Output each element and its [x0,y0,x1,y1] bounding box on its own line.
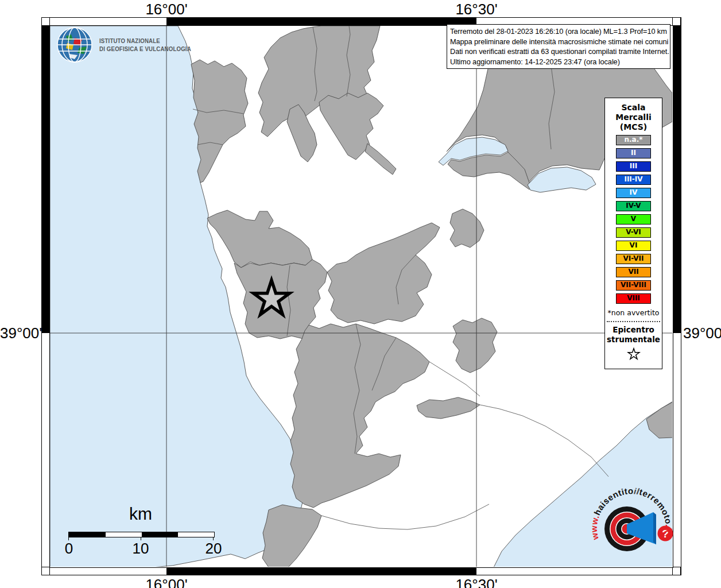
ingv-name-line1: ISTITUTO NAZIONALE [99,37,191,45]
legend-title: Scala Mercalli (MCS) [605,103,662,132]
legend-item-v-vi: V-VI [616,227,651,238]
scale-segment [69,532,106,537]
scale-tick-label: 0 [60,540,77,558]
legend-title-line: Mercalli [605,113,662,122]
legend-item-v: V [616,214,651,225]
legend-epicenter-line: strumentale [605,335,662,345]
event-info-line: Dati non verificati estratti da 63 quest… [450,47,667,57]
legend-item-iii: III [616,161,651,172]
axis-label-bottom-right: 16°30' [419,576,534,588]
legend-epicenter-star-icon [626,347,641,362]
event-info-box: Terremoto del 28-01-2023 16:26:10 (ora l… [447,24,670,69]
scale-tick-label: 20 [202,540,225,558]
legend-item-iv-v: IV-V [616,201,651,211]
legend-item-vi-vii: VI-VII [616,254,651,264]
event-info-line: Ultimo aggiornamento: 14-12-2025 23:47 (… [450,57,667,67]
axis-label-right: 39°00' [683,324,721,342]
ingv-logo-text: ISTITUTO NAZIONALE DI GEOFISICA E VULCAN… [99,37,191,53]
legend-item-iii-iv: III-IV [616,175,651,185]
map-scale-bar: km 0 10 20 [60,504,232,564]
scale-segment [106,532,142,537]
legend-epicenter-line: Epicentro [605,325,662,335]
scale-unit-label: km [60,504,221,524]
legend-mercalli-scale: Scala Mercalli (MCS) n.a.* II III III-IV… [604,98,662,369]
scale-segment [178,532,214,537]
legend-item-ii: II [616,148,651,158]
legend-epicenter-label: Epicentro strumentale [605,325,662,345]
legend-item-vi: VI [616,241,651,251]
event-info-line: Terremoto del 28-01-2023 16:26:10 (ora l… [450,26,667,37]
legend-divider [607,321,660,322]
axis-label-left: 39°00' [0,324,38,342]
axis-label-bottom-left: 16°00' [109,576,224,588]
ingv-name-line2: DI GEOFISICA E VULCANOLOGIA [99,45,191,53]
legend-item-viii: VIII [616,293,651,304]
legend-footnote: *non avvertito [605,308,662,317]
scale-tick-label: 10 [129,540,152,558]
haisentitoilterremoto-logo: ? www.haisentitoilterremoto.it [581,478,682,579]
legend-item-iv: IV [616,188,651,198]
scale-segment [142,532,178,537]
event-info-line: Mappa preliminare delle intensità macros… [450,37,667,47]
legend-item-vii-viii: VII-VIII [616,280,651,291]
scale-bar-segments [69,532,215,537]
axis-label-top-right: 16°30' [419,1,534,18]
ingv-globe-icon [56,26,93,63]
axis-label-top-left: 16°00' [109,1,224,18]
legend-title-line: Scala [605,103,662,113]
legend-title-line: (MCS) [605,122,662,132]
legend-item-vii: VII [616,267,651,277]
macroseismic-map-page: 16°00' 16°30' 16°00' 16°30' 39°00' 39°00… [0,0,721,588]
legend-item-na: n.a.* [616,135,651,145]
ingv-logo: ISTITUTO NAZIONALE DI GEOFISICA E VULCAN… [56,26,208,63]
